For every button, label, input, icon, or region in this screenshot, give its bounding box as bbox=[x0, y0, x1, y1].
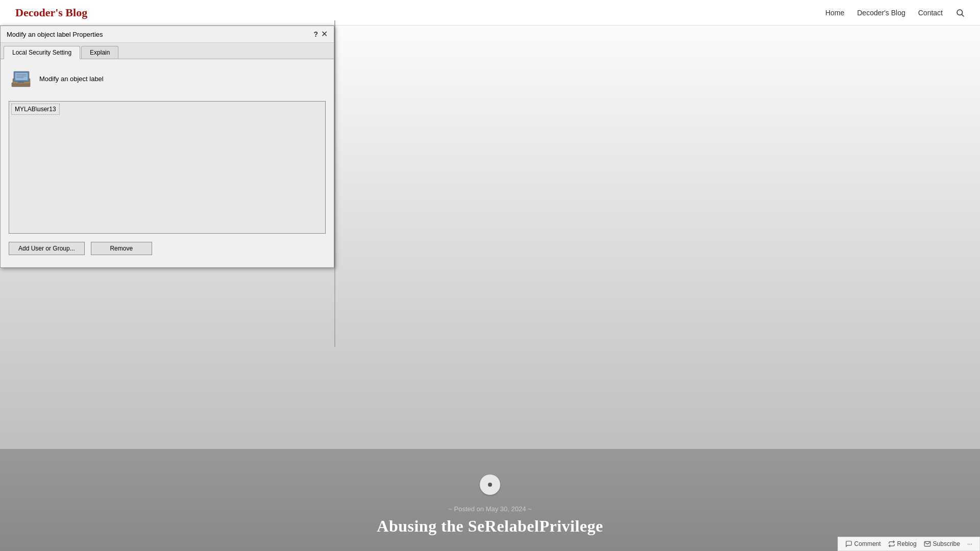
subscribe-label[interactable]: Subscribe bbox=[933, 540, 960, 547]
svg-rect-9 bbox=[18, 82, 24, 83]
blog-nav: Home Decoder's Blog Contact bbox=[825, 8, 965, 17]
scroll-dot bbox=[488, 483, 492, 487]
dialog-tabs: Local Security Setting Explain bbox=[1, 43, 334, 59]
more-label[interactable]: ··· bbox=[967, 540, 972, 547]
dialog-description: Modify an object label bbox=[39, 75, 104, 83]
more-item[interactable]: ··· bbox=[967, 540, 972, 547]
svg-rect-5 bbox=[15, 73, 28, 80]
nav-contact[interactable]: Contact bbox=[918, 9, 943, 17]
dialog-buttons: Add User or Group... Remove bbox=[9, 242, 326, 255]
svg-point-0 bbox=[957, 10, 963, 15]
nav-home[interactable]: Home bbox=[825, 9, 844, 17]
dialog-title: Modify an object label Properties bbox=[7, 31, 103, 38]
reblog-item[interactable]: Reblog bbox=[888, 540, 917, 547]
remove-button[interactable]: Remove bbox=[91, 242, 152, 255]
dialog-icon-section: Modify an object label bbox=[9, 66, 326, 91]
post-meta: ~ Posted on May 30, 2024 ~ bbox=[448, 505, 531, 513]
reblog-icon bbox=[888, 540, 895, 547]
post-title: Abusing the SeRelabelPrivilege bbox=[377, 517, 603, 536]
nav-blog[interactable]: Decoder's Blog bbox=[857, 9, 905, 17]
subscribe-icon bbox=[924, 540, 931, 547]
comment-icon bbox=[845, 540, 852, 547]
bottom-bar: Comment Reblog Subscribe ··· bbox=[838, 537, 980, 551]
user-item[interactable]: MYLAB\user13 bbox=[11, 104, 60, 115]
dialog-window: Modify an object label Properties ? ✕ Lo… bbox=[0, 26, 334, 268]
reblog-label[interactable]: Reblog bbox=[897, 540, 917, 547]
subscribe-item[interactable]: Subscribe bbox=[924, 540, 960, 547]
add-user-button[interactable]: Add User or Group... bbox=[9, 242, 85, 255]
users-listbox[interactable]: MYLAB\user13 bbox=[9, 101, 326, 234]
blog-footer: ~ Posted on May 30, 2024 ~ Abusing the S… bbox=[0, 449, 980, 551]
comment-item[interactable]: Comment bbox=[845, 540, 881, 547]
tab-local-security[interactable]: Local Security Setting bbox=[4, 46, 80, 59]
tab-explain[interactable]: Explain bbox=[81, 46, 118, 59]
comment-label[interactable]: Comment bbox=[854, 540, 881, 547]
dialog-overlay: Modify an object label Properties ? ✕ Lo… bbox=[0, 20, 337, 347]
dialog-titlebar: Modify an object label Properties ? ✕ bbox=[1, 26, 334, 43]
svg-line-1 bbox=[962, 14, 964, 16]
dialog-controls: ? ✕ bbox=[313, 30, 328, 38]
search-icon[interactable] bbox=[955, 8, 965, 17]
help-button[interactable]: ? bbox=[313, 30, 318, 38]
blog-title[interactable]: Decoder's Blog bbox=[15, 6, 87, 19]
dialog-body: Modify an object label MYLAB\user13 Add … bbox=[1, 59, 334, 267]
scroll-indicator[interactable] bbox=[480, 474, 500, 495]
close-button[interactable]: ✕ bbox=[321, 30, 328, 38]
security-policy-icon bbox=[9, 66, 33, 91]
